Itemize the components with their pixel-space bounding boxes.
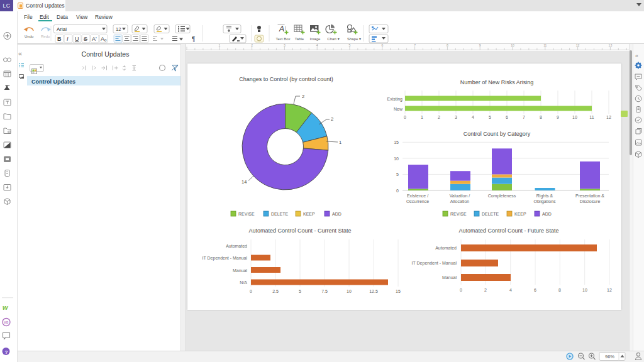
svg-text:6: 6	[534, 288, 536, 292]
svg-text:8: 8	[540, 115, 542, 119]
svg-text:11: 11	[589, 115, 594, 119]
svg-text:15: 15	[394, 140, 399, 145]
svg-text:Automated: Automated	[435, 246, 457, 250]
svg-text:4: 4	[509, 288, 512, 292]
svg-text:2: 2	[438, 115, 440, 119]
svg-text:7: 7	[523, 115, 525, 119]
svg-text:0: 0	[250, 289, 252, 293]
svg-text:2: 2	[484, 288, 487, 292]
svg-text:12.5: 12.5	[369, 289, 378, 293]
svg-text:Number of New Risks Arising: Number of New Risks Arising	[460, 79, 534, 85]
svg-text:14: 14	[242, 179, 247, 185]
svg-text:2: 2	[331, 116, 333, 122]
svg-text:4: 4	[472, 115, 474, 119]
svg-text:Control Count by Category: Control Count by Category	[464, 131, 531, 137]
svg-text:1: 1	[339, 140, 341, 145]
svg-text:Automated: Automated	[226, 244, 247, 248]
svg-text:Manual: Manual	[442, 275, 457, 280]
svg-text:2: 2	[302, 94, 304, 99]
svg-text:10: 10	[347, 289, 352, 293]
svg-text:Rights &: Rights &	[536, 194, 553, 199]
svg-text:DELETE: DELETE	[482, 212, 499, 216]
svg-text:N/A: N/A	[240, 280, 247, 285]
svg-text:Obligations: Obligations	[533, 199, 556, 204]
svg-text:Changes to Control (by control: Changes to Control (by control count)	[239, 76, 333, 82]
svg-text:Automated Control Count - Futu: Automated Control Count - Future State	[458, 228, 558, 234]
svg-text:15: 15	[396, 289, 401, 293]
svg-text:5: 5	[299, 289, 301, 293]
svg-text:Existence /: Existence /	[407, 194, 428, 198]
svg-text:10: 10	[394, 156, 399, 161]
svg-text:ADD: ADD	[332, 212, 341, 216]
svg-text:0: 0	[404, 115, 406, 119]
svg-text:REVISE: REVISE	[450, 212, 467, 216]
svg-text:10: 10	[582, 288, 587, 292]
svg-text:Manual: Manual	[233, 268, 247, 273]
svg-text:Automated Control Count - Curr: Automated Control Count - Current State	[248, 228, 351, 234]
svg-text:Completeness: Completeness	[488, 194, 516, 199]
svg-text:IT Dependent - Manual: IT Dependent - Manual	[412, 261, 457, 266]
svg-text:0: 0	[460, 288, 462, 292]
svg-text:5: 5	[489, 115, 491, 119]
svg-text:6: 6	[506, 115, 508, 119]
svg-text:7.5: 7.5	[321, 289, 328, 293]
svg-text:KEEP: KEEP	[514, 212, 526, 216]
svg-text:IT Dependent - Manual: IT Dependent - Manual	[203, 256, 248, 261]
svg-text:5: 5	[396, 172, 399, 177]
svg-text:9: 9	[557, 115, 559, 119]
svg-text:Occurrence: Occurrence	[406, 199, 429, 204]
svg-text:REVISE: REVISE	[238, 212, 255, 216]
svg-text:8: 8	[558, 288, 561, 292]
svg-text:Presentation &: Presentation &	[575, 194, 604, 198]
svg-text:12: 12	[606, 115, 611, 119]
svg-text:1: 1	[421, 115, 423, 119]
svg-text:Existing: Existing	[387, 97, 402, 102]
svg-text:10: 10	[572, 115, 577, 119]
svg-text:New: New	[394, 107, 403, 111]
svg-text:Valuation /: Valuation /	[450, 194, 470, 198]
svg-text:3: 3	[455, 115, 457, 119]
svg-text:DELETE: DELETE	[271, 212, 289, 216]
svg-text:0: 0	[396, 189, 399, 193]
svg-text:Allocation: Allocation	[450, 199, 469, 204]
svg-text:Disclosure: Disclosure	[580, 199, 601, 204]
svg-text:ADD: ADD	[542, 212, 552, 216]
svg-text:12: 12	[607, 288, 612, 292]
svg-text:2.5: 2.5	[272, 289, 279, 293]
svg-text:KEEP: KEEP	[303, 212, 315, 216]
